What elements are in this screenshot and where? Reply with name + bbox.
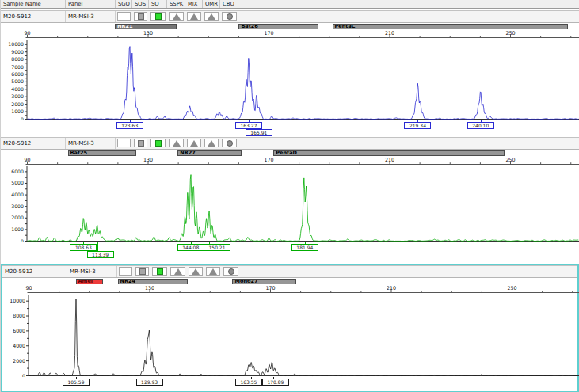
mix-flag-icon [190,140,198,147]
svg-text:90: 90 [25,285,32,291]
svg-text:170: 170 [264,30,273,36]
flag-cell-omr[interactable] [206,267,220,276]
flag-cell-mix[interactable] [187,139,201,147]
marker-bar-nr21[interactable]: NR21 [115,24,177,29]
electropherogram-plot[interactable]: 0100020003000400050006000 [1,165,579,242]
svg-text:130: 130 [143,30,153,36]
flag-cell-omr[interactable] [204,139,219,147]
flag-cell-sq[interactable] [150,12,166,21]
sample-name-cell[interactable]: M20-5912 [1,11,66,22]
omr-flag-icon [208,13,215,20]
marker-bar-bat25[interactable]: Bat25 [68,150,136,156]
sample-name-cell[interactable]: M20-5912 [2,266,67,277]
peak-label-leader [97,242,98,251]
svg-text:2000: 2000 [11,101,24,107]
svg-text:210: 210 [385,30,394,36]
marker-bar-pentad[interactable]: PentaD [273,150,505,156]
flag-cell-cbq[interactable] [223,267,238,276]
marker-bar-mono27[interactable]: Mono27 [232,279,295,284]
panel-name-cell[interactable]: MR-MSI-3 [67,266,117,277]
peak-size-label[interactable]: 165.91 [246,129,272,136]
flag-cell-omr[interactable] [204,12,219,21]
svg-text:9000: 9000 [11,49,24,55]
samples-plot-window: Sample NamePanelSGOSOSSQSSPKMIXOMRCBQ M2… [0,0,579,392]
peak-size-label[interactable]: 219.34 [404,122,431,129]
marker-bar-nr27[interactable]: NR27 [177,150,242,156]
marker-bar-nr24[interactable]: NR24 [118,279,188,284]
peak-size-label[interactable]: 105.59 [63,379,90,386]
flag-cell-sgo[interactable] [117,12,131,21]
column-header-panel[interactable]: Panel [66,0,116,8]
electropherogram-plot[interactable]: 0200040006000800010000 [2,293,579,377]
flag-cell-sos[interactable] [134,12,147,21]
peak-size-label[interactable]: 163.27 [235,122,262,129]
peak-label-zone: 108.63113.39144.08150.21181.94 [1,242,579,262]
peak-size-label[interactable]: 144.08 [177,244,204,251]
peak-size-label[interactable]: 113.39 [87,251,114,258]
flag-cell-mix[interactable] [187,12,201,21]
flag-cell-sspk[interactable] [169,139,184,147]
size-ruler: 90130170210250 [1,157,579,165]
column-header-sample-name[interactable]: Sample Name [1,0,66,8]
sq-flag-icon [155,140,162,147]
flag-cell-cbq[interactable] [222,12,237,21]
peak-size-label[interactable]: 240.10 [467,122,494,129]
sample-row[interactable]: M20-5912MR-MSI-3 [1,10,579,23]
flag-cell-sspk[interactable] [169,12,184,21]
peak-size-label[interactable]: 129.93 [136,379,163,386]
peak-size-label[interactable]: 108.63 [70,244,97,251]
mix-flag-icon [190,13,198,20]
marker-bar-pentac[interactable]: PentaC [333,24,568,29]
flag-cell-sq[interactable] [150,139,166,147]
flag-cell-sgo[interactable] [119,267,132,276]
svg-text:1000: 1000 [11,108,24,114]
column-header-omr[interactable]: OMR [203,0,220,8]
column-header-sos[interactable]: SOS [132,0,149,8]
sample-name-cell[interactable]: M20-5912 [1,138,66,149]
flag-cell-cbq[interactable] [222,139,237,147]
sample-panel-3-selected: M20-5912MR-MSI-3AmelNR24Mono279013017021… [1,264,579,392]
peak-size-label[interactable]: 181.94 [291,244,318,251]
column-header-mix[interactable]: MIX [185,0,203,8]
sos-flag-icon [138,140,144,147]
flag-cell-sgo[interactable] [117,139,131,147]
svg-text:10000: 10000 [8,41,24,47]
svg-text:210: 210 [387,285,396,291]
omr-flag-icon [208,140,215,147]
svg-text:5000: 5000 [11,78,24,84]
flag-cell-sos[interactable] [134,139,147,147]
flag-cell-sspk[interactable] [170,267,185,276]
peak-size-label[interactable]: 170.89 [262,379,289,386]
peak-size-label[interactable]: 163.55 [235,379,262,386]
svg-text:3000: 3000 [11,93,24,99]
flag-cell-sos[interactable] [135,267,149,276]
column-header-sspk[interactable]: SSPK [167,0,185,8]
svg-text:6000: 6000 [13,328,25,333]
svg-text:130: 130 [145,285,154,291]
electropherogram-plot[interactable]: 0100020003000400050006000700080009000100… [1,38,579,120]
cbq-flag-icon [228,268,234,275]
panel-name-cell[interactable]: MR-MSI-3 [66,11,116,22]
flag-cell-mix[interactable] [189,267,203,276]
column-header-cbq[interactable]: CBQ [220,0,238,8]
sq-flag-icon [157,268,163,275]
sample-row[interactable]: M20-5912MR-MSI-3 [1,137,579,150]
panel-name-cell[interactable]: MR-MSI-3 [66,138,116,149]
flag-cell-sq[interactable] [152,267,167,276]
peak-size-label[interactable]: 150.21 [204,244,230,251]
size-ruler: 90130170210250 [2,285,579,293]
marker-bar-bat26[interactable]: Bat26 [238,24,318,29]
peak-size-label[interactable]: 123.63 [116,122,143,129]
svg-text:250: 250 [507,285,516,291]
svg-text:90: 90 [24,157,30,162]
svg-text:6000: 6000 [11,71,24,77]
column-header-sgo[interactable]: SGO [116,0,132,8]
sample-row[interactable]: M20-5912MR-MSI-3 [2,265,577,278]
sos-flag-icon [139,268,146,275]
svg-text:130: 130 [143,157,153,162]
svg-text:6000: 6000 [11,169,24,174]
column-header-sq[interactable]: SQ [149,0,167,8]
sq-flag-icon [155,13,162,20]
svg-text:250: 250 [505,30,515,36]
marker-bar-amel[interactable]: Amel [76,279,103,284]
